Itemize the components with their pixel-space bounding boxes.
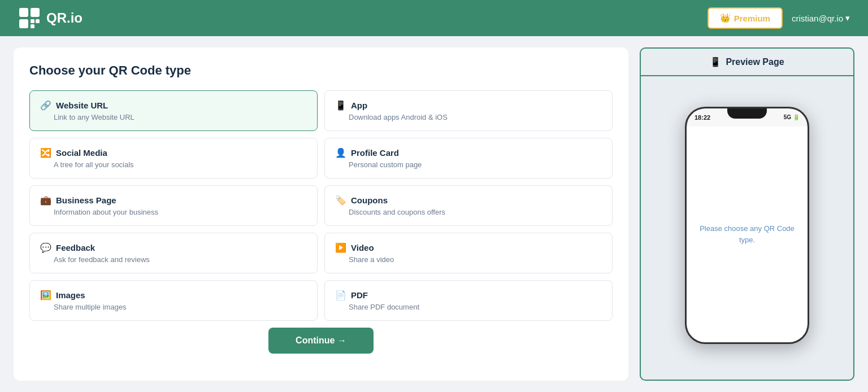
svg-rect-2 <box>19 19 28 28</box>
svg-rect-4 <box>36 19 40 23</box>
main-layout: Choose your QR Code type 🔗Website URLLin… <box>0 36 868 392</box>
chevron-down-icon: ▾ <box>845 13 850 23</box>
qr-type-card-pdf[interactable]: 📄PDFShare PDF document <box>324 280 613 321</box>
coupons-title: Coupons <box>351 195 388 205</box>
premium-label: Premium <box>734 14 770 23</box>
feedback-title: Feedback <box>56 243 95 252</box>
premium-button[interactable]: 👑 Premium <box>708 7 783 29</box>
logo-text: QR.io <box>46 10 83 26</box>
video-desc: Share a video <box>335 255 602 264</box>
qr-type-card-business-page[interactable]: 💼Business PageInformation about your bus… <box>29 185 318 226</box>
svg-rect-0 <box>19 8 28 17</box>
battery-text: 🔋 <box>793 114 800 120</box>
feedback-icon: 💬 <box>40 242 51 253</box>
phone-status-bar: 18:22 5G 🔋 <box>687 108 808 127</box>
video-title: Video <box>351 243 374 252</box>
qr-type-card-video[interactable]: ▶️VideoShare a video <box>324 233 613 273</box>
app-title: App <box>351 101 367 110</box>
qr-type-card-feedback[interactable]: 💬FeedbackAsk for feedback and reviews <box>29 233 318 273</box>
phone-message: Please choose any QR Code type. <box>687 212 808 256</box>
page-title: Choose your QR Code type <box>29 63 613 78</box>
video-icon: ▶️ <box>335 242 346 253</box>
svg-rect-3 <box>31 19 34 23</box>
qr-type-card-coupons[interactable]: 🏷️CouponsDiscounts and coupons offers <box>324 185 613 226</box>
signal-text: 5G <box>784 114 791 120</box>
phone-container: 18:22 5G 🔋 Please choose any QR Code typ… <box>640 76 854 381</box>
qr-type-card-images[interactable]: 🖼️ImagesShare multiple images <box>29 280 318 321</box>
app-icon: 📱 <box>335 100 346 111</box>
pdf-desc: Share PDF document <box>335 303 602 311</box>
website-url-desc: Link to any Website URL <box>40 113 307 121</box>
svg-rect-1 <box>31 8 40 17</box>
website-url-icon: 🔗 <box>40 100 51 111</box>
header: QR.io 👑 Premium cristian@qr.io ▾ <box>0 0 868 36</box>
phone-screen: Please choose any QR Code type. <box>687 127 808 342</box>
preview-page-button[interactable]: 📱 Preview Page <box>640 47 854 76</box>
app-desc: Download apps Android & iOS <box>335 113 602 121</box>
coupons-desc: Discounts and coupons offers <box>335 208 602 216</box>
logo-icon <box>18 7 41 29</box>
images-icon: 🖼️ <box>40 290 51 300</box>
qr-type-selector: Choose your QR Code type 🔗Website URLLin… <box>14 47 628 381</box>
qr-type-card-app[interactable]: 📱AppDownload apps Android & iOS <box>324 90 613 131</box>
profile-card-icon: 👤 <box>335 147 346 158</box>
pdf-title: PDF <box>351 290 368 300</box>
pdf-icon: 📄 <box>335 290 346 300</box>
svg-rect-5 <box>31 24 34 28</box>
header-right: 👑 Premium cristian@qr.io ▾ <box>708 7 850 29</box>
social-media-icon: 🔀 <box>40 147 51 158</box>
qr-type-grid: 🔗Website URLLink to any Website URL📱AppD… <box>29 90 613 321</box>
logo: QR.io <box>18 7 83 29</box>
qr-type-card-website-url[interactable]: 🔗Website URLLink to any Website URL <box>29 90 318 131</box>
crown-icon: 👑 <box>720 13 731 23</box>
preview-panel: 📱 Preview Page 18:22 5G 🔋 Please choose … <box>640 47 854 381</box>
images-title: Images <box>56 290 85 300</box>
preview-label: Preview Page <box>726 57 784 67</box>
phone-time: 18:22 <box>695 114 710 121</box>
feedback-desc: Ask for feedback and reviews <box>40 255 307 264</box>
profile-card-desc: Personal custom page <box>335 160 602 169</box>
profile-card-title: Profile Card <box>351 148 399 158</box>
continue-button[interactable]: Continue → <box>268 328 374 354</box>
qr-type-card-profile-card[interactable]: 👤Profile CardPersonal custom page <box>324 138 613 178</box>
social-media-desc: A tree for all your socials <box>40 160 307 169</box>
qr-type-card-social-media[interactable]: 🔀Social MediaA tree for all your socials <box>29 138 318 178</box>
social-media-title: Social Media <box>56 148 107 158</box>
user-email: cristian@qr.io <box>792 14 843 23</box>
phone-mockup: 18:22 5G 🔋 Please choose any QR Code typ… <box>685 107 809 344</box>
business-page-desc: Information about your business <box>40 208 307 216</box>
business-page-title: Business Page <box>56 195 116 205</box>
website-url-title: Website URL <box>56 101 108 110</box>
continue-bar: Continue → <box>29 321 613 354</box>
business-page-icon: 💼 <box>40 195 51 206</box>
phone-notch <box>727 108 767 119</box>
user-menu[interactable]: cristian@qr.io ▾ <box>792 13 850 23</box>
coupons-icon: 🏷️ <box>335 195 346 206</box>
images-desc: Share multiple images <box>40 303 307 311</box>
phone-icon: 📱 <box>710 56 721 67</box>
phone-status-icons: 5G 🔋 <box>784 114 800 120</box>
